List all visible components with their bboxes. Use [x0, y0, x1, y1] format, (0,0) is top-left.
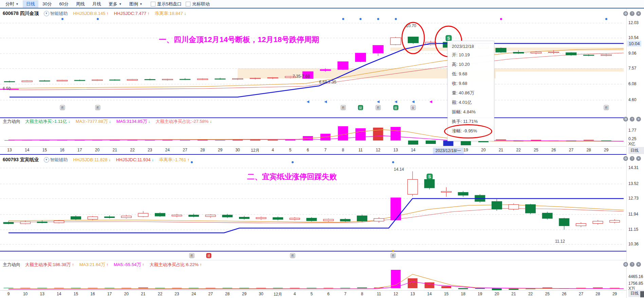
scrollbar-handle[interactable] [640, 291, 644, 297]
candle [92, 80, 103, 80]
date-label: 20 [495, 292, 499, 296]
flow-bar [239, 288, 249, 288]
toolbar-checkbox-光标联动[interactable]: 光标联动 [186, 1, 210, 7]
toolbar-tab-30分[interactable]: 30分 [39, 0, 55, 8]
flow-bar [307, 288, 316, 288]
panel2-canvas[interactable] [0, 269, 626, 290]
flow-bar [357, 287, 367, 288]
svg-text:图: 图 [61, 106, 64, 110]
date-label: 13 [40, 292, 44, 296]
chart2-corner-icons: ⚙?✕ [623, 156, 641, 161]
triangle-marker-magenta [429, 100, 432, 103]
panel-value: 大额主动净买:186.38万 ↑ [25, 262, 74, 267]
toolbar-tab-60分[interactable]: 60分 [56, 0, 72, 8]
help-icon[interactable]: ? [630, 156, 634, 161]
indicator-value: 乖离率:18.847 ↓ [155, 11, 186, 16]
date-label: 16 [90, 292, 95, 296]
arrow-down-icon: ↓ [183, 11, 186, 16]
date-label: 22 [158, 292, 162, 296]
toolbar-tab-label: 30分 [42, 1, 52, 7]
tooltip-row: 量: 40.86万 [452, 88, 494, 98]
gear-icon[interactable]: ⚙ [623, 262, 628, 267]
candle [233, 78, 243, 79]
tooltip-row: 高: 10.20 [452, 60, 494, 69]
candle [74, 80, 85, 81]
date-label: 12月 [274, 292, 282, 297]
close-icon[interactable]: ✕ [636, 117, 641, 122]
toolbar-tab-分时[interactable]: 分时▼ [2, 0, 22, 8]
date-label: 19 [464, 148, 468, 152]
toolbar-checkbox-显示5档盘口[interactable]: 显示5档盘口 [151, 1, 182, 7]
candle [340, 219, 350, 221]
signal-dot-blue [61, 18, 63, 20]
axis-value: X亿 [628, 141, 635, 147]
toolbar-tab-更多[interactable]: 更多▼ [105, 0, 125, 8]
flow-bar [475, 288, 485, 289]
flow-bar [4, 288, 14, 288]
triangle-marker-blue [377, 100, 380, 103]
svg-text:图: 图 [391, 254, 395, 258]
candle [110, 80, 120, 80]
help-icon[interactable]: ? [630, 11, 634, 16]
close-icon[interactable]: ✕ [636, 262, 641, 267]
axis-value: 7.57 [628, 66, 636, 71]
candle [391, 198, 401, 220]
flow-bar [290, 288, 300, 288]
signal-dot-blue [97, 18, 99, 20]
close-icon[interactable]: ✕ [636, 11, 641, 16]
candle [239, 217, 250, 219]
chart1-price-canvas[interactable]: 6.507.35-7.686.68-7.3510.709.68-9.35图图图捉… [0, 17, 626, 117]
toolbar-tab-日线[interactable]: 日线 [23, 0, 38, 8]
gear-icon[interactable]: ⚙ [623, 156, 628, 161]
checkbox-icon[interactable] [151, 2, 155, 6]
toolbar-tab-月线[interactable]: 月线 [89, 0, 105, 8]
panel-value: MA5:-55.54万 ↑ [114, 262, 144, 267]
candle [373, 45, 383, 53]
help-icon[interactable]: ? [630, 262, 634, 267]
triangle-marker-blue [412, 100, 415, 103]
date-label: 29 [604, 148, 608, 152]
candle [424, 180, 435, 188]
flow-bar [172, 288, 182, 288]
arrow-down-icon: ↓ [67, 119, 70, 124]
flow-bar [408, 278, 418, 288]
svg-text:图: 图 [96, 106, 99, 110]
toolbar-tab-图例[interactable]: 图例▼ [126, 0, 146, 8]
toolbar-tab-label: 图例 [129, 1, 138, 7]
flow-bar [355, 128, 366, 141]
candle [4, 81, 15, 82]
date-label: 29 [612, 292, 617, 296]
gear-icon[interactable]: ⚙ [623, 117, 628, 122]
candle [408, 37, 419, 43]
date-label: 14 [427, 292, 431, 296]
candle [338, 62, 348, 70]
toolbar-tab-周线[interactable]: 周线 [73, 0, 88, 8]
candle [408, 180, 418, 194]
close-icon[interactable]: ✕ [636, 156, 641, 161]
date-label: 16 [60, 148, 64, 152]
flow-bar [189, 288, 199, 288]
help-icon[interactable]: ? [630, 117, 634, 122]
candle [273, 218, 283, 220]
right-price-axis: 12.0310.5410.049.067.576.084.601.770.25X… [626, 8, 644, 298]
smart-assist-dropdown[interactable]: ▾智能辅助 [44, 11, 68, 17]
signal-blue-line [8, 199, 624, 233]
chart1-corner-icons: ⚙?✕ [623, 11, 641, 16]
panel1-canvas[interactable] [0, 124, 626, 147]
date-label: 24 [165, 148, 170, 152]
date-label: 14 [25, 148, 29, 152]
chart2-date-axis: 910131415161720212223242728293012月456781… [0, 291, 626, 298]
candle [355, 53, 366, 61]
axis-value: 11.15 [628, 227, 638, 232]
candle [548, 52, 559, 53]
candle [22, 81, 32, 82]
checkbox-icon[interactable] [186, 2, 190, 6]
date-label: 23 [148, 148, 152, 152]
arrow-up-icon: ↑ [141, 262, 144, 267]
svg-text:捉: 捉 [394, 106, 398, 110]
candle [172, 215, 182, 216]
date-label: 5 [310, 292, 313, 296]
candle [37, 222, 47, 223]
gear-icon[interactable]: ⚙ [623, 11, 628, 16]
flow-bar [222, 288, 232, 288]
